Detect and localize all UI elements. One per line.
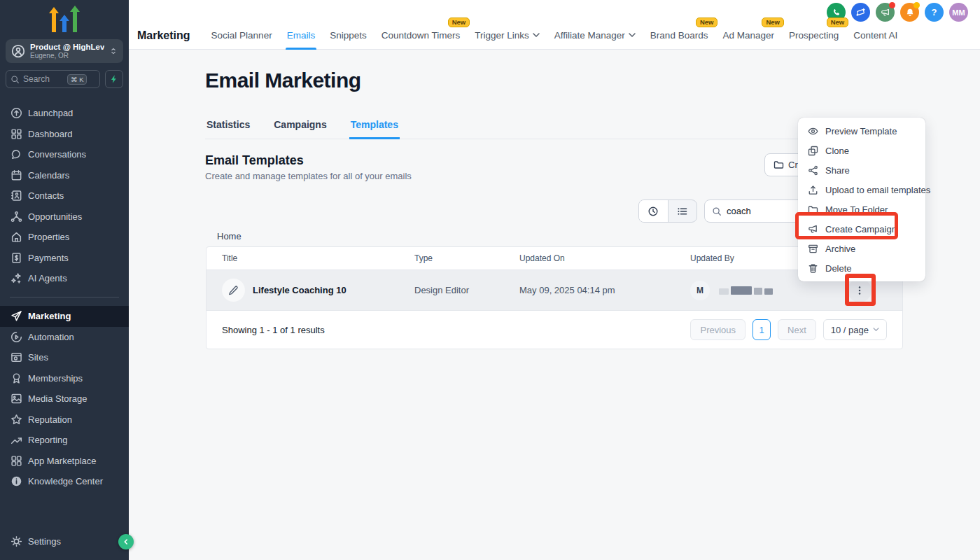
topnav-tab-emails[interactable]: Emails xyxy=(287,21,316,50)
sidebar-item-settings[interactable]: Settings xyxy=(0,531,129,552)
previous-page-button[interactable]: Previous xyxy=(690,319,746,340)
sidebar-item-launchpad[interactable]: Launchpad xyxy=(0,103,129,124)
chevron-down-icon xyxy=(629,33,636,38)
new-badge: New xyxy=(696,18,718,27)
sidebar-item-marketing[interactable]: Marketing xyxy=(0,306,129,327)
topnav-tab-content-ai[interactable]: Content AI xyxy=(853,21,897,50)
menu-item-move-to-folder[interactable]: Move To Folder xyxy=(798,200,925,219)
gear-icon xyxy=(10,536,22,547)
topnav-tab-affiliate-manager[interactable]: Affiliate Manager xyxy=(554,21,636,50)
quick-actions-button[interactable] xyxy=(105,70,123,88)
menu-item-clone[interactable]: Clone xyxy=(798,141,925,160)
current-page-button[interactable]: 1 xyxy=(752,319,771,340)
list-view-toggle[interactable] xyxy=(668,200,696,222)
recent-view-toggle[interactable] xyxy=(639,200,668,222)
kebab-menu-icon xyxy=(854,285,865,296)
menu-item-archive[interactable]: Archive xyxy=(798,239,925,258)
topnav-tab-countdown-timers[interactable]: Countdown TimersNew xyxy=(382,21,461,50)
menu-item-delete[interactable]: Delete xyxy=(798,258,925,278)
help-button[interactable]: ? xyxy=(925,3,944,22)
highlevel-logo xyxy=(48,4,81,32)
announcements-button[interactable] xyxy=(876,3,895,22)
launchpad-icon xyxy=(10,107,22,119)
topnav-tab-prospecting[interactable]: ProspectingNew xyxy=(789,21,839,50)
sidebar-item-conversations[interactable]: Conversations xyxy=(0,144,129,165)
topbar: ? MM Marketing Social Planner Emails Sni… xyxy=(129,0,980,50)
folder-icon xyxy=(808,204,818,215)
topnav-tab-social-planner[interactable]: Social Planner xyxy=(211,21,272,50)
list-icon xyxy=(677,206,688,217)
sidebar-item-opportunities[interactable]: Opportunities xyxy=(0,206,129,227)
section-subtitle: Create and manage templates for all of y… xyxy=(205,171,412,181)
updated-by-avatar: M xyxy=(690,281,710,300)
image-icon xyxy=(10,393,22,405)
chevron-left-icon xyxy=(122,538,130,546)
clone-icon xyxy=(808,146,818,156)
topnav-tab-trigger-links[interactable]: Trigger Links xyxy=(475,21,540,50)
user-avatar[interactable]: MM xyxy=(949,3,968,22)
menu-item-upload-to-email-templates[interactable]: Upload to email templates xyxy=(798,180,925,200)
chevron-expand-icon xyxy=(109,46,118,56)
search-icon xyxy=(712,206,722,216)
sidebar-item-contacts[interactable]: Contacts xyxy=(0,186,129,206)
sidebar-item-calendars[interactable]: Calendars xyxy=(0,165,129,186)
account-switcher[interactable]: Product @ HighLevel Eugene, OR xyxy=(6,39,123,63)
eye-icon xyxy=(808,126,818,136)
sidebar-search[interactable]: ⌘ K xyxy=(6,70,100,88)
calendar-icon xyxy=(10,169,22,181)
sidebar-item-memberships[interactable]: Memberships xyxy=(0,368,129,389)
template-updated-on: May 09, 2025 04:14 pm xyxy=(519,285,690,295)
play-circle-icon xyxy=(10,331,22,343)
topnav-tab-ad-manager[interactable]: Ad ManagerNew xyxy=(722,21,774,50)
sidebar-item-dashboard[interactable]: Dashboard xyxy=(0,124,129,145)
table-footer: Showing 1 - 1 of 1 results Previous 1 Ne… xyxy=(206,311,902,349)
menu-item-preview-template[interactable]: Preview Template xyxy=(798,121,925,141)
page-size-select[interactable]: 10 / page xyxy=(823,319,887,340)
apps-grid-icon xyxy=(10,455,22,467)
sidebar-item-reputation[interactable]: Reputation xyxy=(0,410,129,430)
notification-badge-dot xyxy=(913,2,920,8)
phone-icon xyxy=(832,8,841,18)
megaphone-icon xyxy=(881,8,890,18)
bell-icon xyxy=(905,8,915,18)
announcement-badge-dot xyxy=(889,2,895,8)
sidebar-item-app-marketplace[interactable]: App Marketplace xyxy=(0,451,129,472)
redacted-name xyxy=(719,286,773,295)
topnav-tab-snippets[interactable]: Snippets xyxy=(330,21,367,50)
paper-plane-icon xyxy=(10,310,22,322)
chat-bubble-icon xyxy=(10,148,22,160)
share-icon xyxy=(808,165,818,176)
tab-templates[interactable]: Templates xyxy=(349,115,400,139)
archive-icon xyxy=(808,244,818,254)
sidebar-item-payments[interactable]: Payments xyxy=(0,248,129,269)
sidebar-item-ai-agents[interactable]: AI Agents xyxy=(0,268,129,289)
whats-new-button[interactable] xyxy=(851,3,870,22)
sidebar-item-media-storage[interactable]: Media Storage xyxy=(0,388,129,410)
topnav-tab-brand-boards[interactable]: Brand BoardsNew xyxy=(650,21,708,50)
sidebar-collapse-button[interactable] xyxy=(118,534,134,550)
chevron-down-icon xyxy=(873,328,879,332)
next-page-button[interactable]: Next xyxy=(778,319,816,340)
column-title: Title xyxy=(206,253,414,263)
sidebar-item-properties[interactable]: Properties xyxy=(0,227,129,248)
sidebar-item-sites[interactable]: Sites xyxy=(0,347,129,368)
sidebar-item-knowledge-center[interactable]: Knowledge Center xyxy=(0,471,129,492)
clock-icon xyxy=(648,206,659,217)
sidebar-item-automation[interactable]: Automation xyxy=(0,327,129,348)
topnav-title: Marketing xyxy=(137,29,190,42)
sidebar-item-reporting[interactable]: Reporting xyxy=(0,430,129,451)
search-icon xyxy=(10,75,20,84)
menu-item-create-campaign[interactable]: Create Campaign xyxy=(798,219,925,239)
megaphone-icon xyxy=(808,224,818,234)
sidebar-search-input[interactable] xyxy=(23,74,64,84)
breadcrumb[interactable]: Home xyxy=(217,231,241,241)
chevron-down-icon xyxy=(533,33,540,38)
contacts-icon xyxy=(10,190,22,202)
row-actions-button[interactable] xyxy=(848,279,872,302)
tab-statistics[interactable]: Statistics xyxy=(205,115,251,139)
tab-campaigns[interactable]: Campaigns xyxy=(272,115,328,139)
notifications-button[interactable] xyxy=(900,3,919,22)
section-title: Email Templates xyxy=(205,153,304,168)
template-type: Design Editor xyxy=(414,285,519,295)
menu-item-share[interactable]: Share xyxy=(798,160,925,180)
